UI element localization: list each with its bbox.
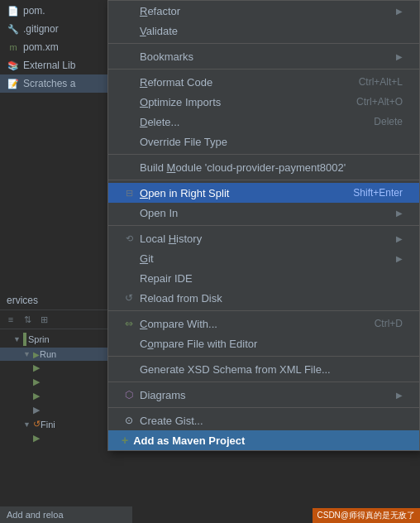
bottom-bar-label: Add and reloa	[7, 510, 64, 520]
menu-item-refactor[interactable]: Refactor ▶	[108, 1, 419, 21]
toolbar-btn-2[interactable]: ⇅	[20, 312, 35, 327]
repair-label: Repair IDE	[140, 272, 403, 285]
optimize-shortcut: Ctrl+Alt+O	[356, 96, 403, 108]
reformat-label: Reformat Code	[140, 76, 342, 89]
toolbar-btn-1[interactable]: ≡	[3, 312, 18, 327]
sidebar-pom-xml-label: pom.xm	[23, 41, 59, 53]
override-label: Override File Type	[140, 136, 403, 148]
compare-label: Compare With...	[140, 318, 358, 330]
run-green-3: ▶	[33, 391, 40, 401]
bottom-bar: Add and reloa	[0, 506, 132, 523]
git-icon: 🔧	[7, 22, 20, 36]
menu-item-reformat[interactable]: Reformat Code Ctrl+Alt+L	[108, 72, 419, 92]
optimize-label: Optimize Imports	[140, 96, 340, 108]
separator-3	[108, 154, 419, 155]
history-icon: ⟲	[122, 232, 136, 245]
run-label: Run	[40, 349, 56, 359]
watermark: CSDN@师得真的是无敌了	[313, 508, 421, 523]
gist-icon: ⊙	[122, 414, 136, 427]
open-in-icon	[122, 206, 136, 219]
separator-2	[108, 69, 419, 70]
separator-5	[108, 225, 419, 226]
diagrams-icon: ⬡	[122, 388, 136, 401]
menu-item-override[interactable]: Override File Type	[108, 132, 419, 151]
menu-item-git[interactable]: Git ▶	[108, 248, 419, 268]
refactor-label: Refactor	[140, 5, 389, 17]
menu-item-xsd[interactable]: Generate XSD Schema from XML File...	[108, 359, 419, 379]
menu-item-compare-editor[interactable]: Compare File with Editor	[108, 333, 419, 353]
separator-8	[108, 381, 419, 382]
run-arrow: ▼	[23, 350, 33, 358]
sidebar-git-label: .gitignor	[23, 23, 59, 35]
history-arrow: ▶	[396, 234, 403, 243]
xml-icon: m	[7, 41, 20, 54]
compare-shortcut: Ctrl+D	[375, 318, 403, 329]
open-split-label: Open in Right Split	[140, 187, 336, 199]
validate-label: Validate	[140, 25, 403, 37]
separator-1	[108, 43, 419, 44]
sidebar-pom-label: pom.	[23, 5, 45, 17]
reformat-shortcut: Ctrl+Alt+L	[359, 76, 403, 88]
xsd-label: Generate XSD Schema from XML File...	[140, 363, 403, 376]
optimize-icon	[122, 95, 136, 108]
menu-item-repair[interactable]: Repair IDE	[108, 268, 419, 288]
separator-9	[108, 407, 419, 408]
fini-run-icon: ▶	[33, 433, 40, 444]
add-maven-icon: +	[122, 434, 128, 447]
xsd-icon	[122, 362, 136, 376]
build-icon	[122, 161, 136, 174]
separator-6	[108, 310, 419, 311]
history-label: Local History	[140, 233, 389, 245]
menu-item-compare[interactable]: ⇔ Compare With... Ctrl+D	[108, 314, 419, 333]
refactor-icon	[122, 4, 136, 17]
delete-shortcut: Delete	[374, 116, 403, 127]
menu-item-diagrams[interactable]: ⬡ Diagrams ▶	[108, 385, 419, 405]
menu-item-optimize[interactable]: Optimize Imports Ctrl+Alt+O	[108, 92, 419, 112]
menu-item-add-maven[interactable]: + Add as Maven Project	[108, 430, 419, 450]
menu-item-delete[interactable]: Delete... Delete	[108, 112, 419, 132]
compare-icon: ⇔	[122, 317, 136, 330]
sidebar-scratch-label: Scratches a	[23, 78, 75, 89]
build-label: Build Module 'cloud-provider-payment8002…	[140, 161, 403, 174]
open-in-label: Open In	[140, 207, 389, 219]
menu-item-history[interactable]: ⟲ Local History ▶	[108, 228, 419, 248]
open-split-icon: ⊟	[122, 186, 136, 199]
diagrams-label: Diagrams	[140, 389, 389, 401]
add-maven-label: Add as Maven Project	[133, 434, 406, 447]
spring-label: Sprin	[28, 334, 50, 344]
separator-4	[108, 180, 419, 180]
refactor-arrow: ▶	[396, 7, 403, 16]
compare-editor-icon	[122, 337, 136, 350]
open-in-arrow: ▶	[396, 209, 403, 218]
validate-icon	[122, 24, 136, 37]
bookmarks-icon	[122, 50, 136, 63]
reload-icon: ↺	[122, 291, 136, 305]
menu-item-open-in[interactable]: Open In ▶	[108, 203, 419, 223]
run-green-1: ▶	[33, 362, 40, 373]
fini-arrow: ▼	[23, 420, 33, 429]
menu-item-gist[interactable]: ⊙ Create Gist...	[108, 410, 419, 430]
spring-bar	[23, 333, 26, 346]
delete-label: Delete...	[140, 116, 357, 128]
pom-icon: 📄	[7, 4, 20, 17]
menu-item-validate[interactable]: Validate	[108, 21, 419, 41]
git-arrow: ▶	[396, 254, 403, 263]
compare-editor-label: Compare File with Editor	[140, 338, 403, 350]
menu-item-reload[interactable]: ↺ Reload from Disk	[108, 288, 419, 308]
menu-item-open-split[interactable]: ⊟ Open in Right Split Shift+Enter	[108, 183, 419, 203]
watermark-text: CSDN@师得真的是无敌了	[317, 511, 416, 520]
override-icon	[122, 135, 136, 148]
scratch-icon: 📝	[7, 77, 20, 90]
delete-icon	[122, 115, 136, 128]
menu-item-build[interactable]: Build Module 'cloud-provider-payment8002…	[108, 157, 419, 177]
menu-item-bookmarks[interactable]: Bookmarks ▶	[108, 46, 419, 66]
separator-7	[108, 356, 419, 357]
toolbar-btn-3[interactable]: ⊞	[36, 312, 51, 327]
reformat-icon	[122, 75, 136, 89]
context-menu: Refactor ▶ Validate Bookmarks ▶ Reformat…	[107, 0, 420, 451]
bookmarks-label: Bookmarks	[140, 50, 389, 63]
run-green-2: ▶	[33, 377, 40, 387]
fini-label: Fini	[41, 420, 55, 429]
run-icon: ▶	[33, 350, 40, 359]
git-menu-icon	[122, 252, 136, 265]
